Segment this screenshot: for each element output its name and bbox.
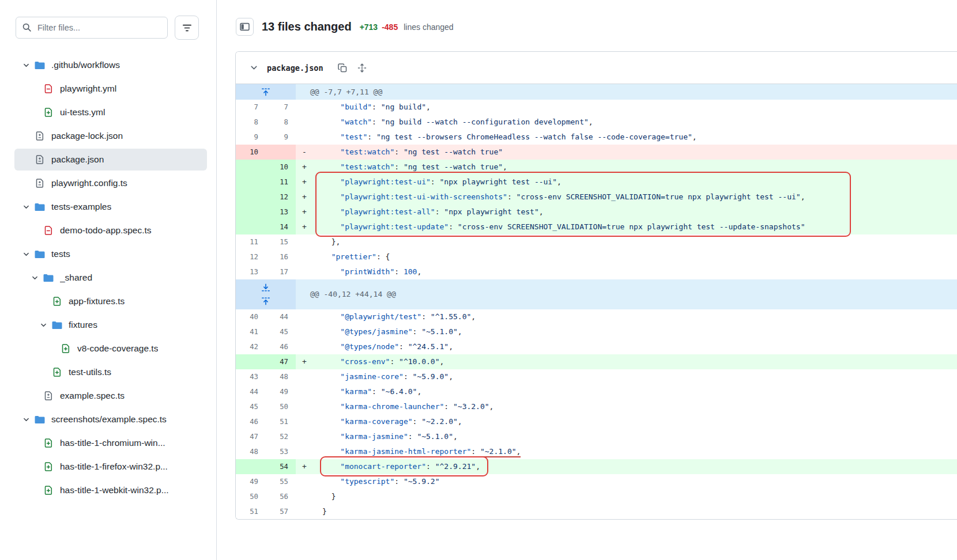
new-line-number[interactable]: 7 (266, 100, 296, 115)
toggle-file-tree-button[interactable] (236, 18, 254, 36)
new-line-number[interactable]: 11 (266, 175, 296, 190)
hunk-header-text: @@ -7,7 +7,11 @@ (296, 84, 382, 100)
new-line-number[interactable]: 56 (266, 489, 296, 504)
diff-added-icon (50, 368, 64, 377)
chevron-down-icon (19, 416, 33, 423)
code-line: "@playwright/test": "^1.55.0", (315, 309, 957, 324)
expand-diff-button[interactable] (353, 59, 371, 77)
tree-folder-shared[interactable]: _shared (14, 267, 207, 289)
tree-file-playwright-config-ts[interactable]: playwright.config.ts (14, 172, 207, 194)
code-line: "monocart-reporter": "^2.9.21", (315, 459, 957, 474)
new-line-number[interactable]: 45 (266, 324, 296, 339)
old-line-number[interactable] (236, 354, 266, 369)
new-line-number[interactable]: 47 (266, 354, 296, 369)
old-line-number[interactable]: 40 (236, 309, 266, 324)
sidebar-toggle-icon (240, 22, 250, 32)
old-line-number[interactable]: 49 (236, 474, 266, 489)
old-line-number[interactable]: 8 (236, 115, 266, 130)
diff-added-icon (42, 486, 55, 495)
code-line: "test:watch": "ng test --watch true" (315, 145, 957, 160)
tree-file-package-lock-json[interactable]: package-lock.json (14, 125, 207, 147)
tree-file-demo-todo-app-spec-ts[interactable]: demo-todo-app.spec.ts (14, 220, 207, 241)
tree-file-has-title-1-chromium-win[interactable]: has-title-1-chromium-win... (14, 432, 207, 454)
old-line-number[interactable]: 51 (236, 504, 266, 519)
tree-file-ui-tests-yml[interactable]: ui-tests.yml (14, 101, 207, 123)
old-line-number[interactable] (236, 160, 266, 175)
new-line-number[interactable]: 48 (266, 369, 296, 384)
copy-filename-button[interactable] (334, 59, 351, 77)
tree-item-label: fixtures (69, 320, 97, 330)
new-line-number[interactable]: 52 (266, 429, 296, 444)
tree-file-has-title-1-firefox-win32-p[interactable]: has-title-1-firefox-win32.p... (14, 456, 207, 478)
tree-file-v8-code-coverage-ts[interactable]: v8-code-coverage.ts (14, 338, 207, 360)
expand-up-button[interactable] (261, 295, 270, 308)
tree-file-test-utils-ts[interactable]: test-utils.ts (14, 361, 207, 383)
new-line-number[interactable]: 46 (266, 339, 296, 354)
new-line-number[interactable]: 49 (266, 384, 296, 399)
new-line-number[interactable]: 10 (266, 160, 296, 175)
old-line-number[interactable]: 50 (236, 489, 266, 504)
tree-file-app-fixtures-ts[interactable]: app-fixtures.ts (14, 290, 207, 312)
tree-item-label: tests-examples (51, 202, 111, 212)
new-line-number[interactable]: 54 (266, 459, 296, 474)
code-line: }, (315, 234, 957, 249)
code-line: "test": "ng test --browsers ChromeHeadle… (315, 130, 957, 145)
tree-file-example-spec-ts[interactable]: example.spec.ts (14, 385, 207, 407)
filter-files-input[interactable] (16, 17, 168, 39)
old-line-number[interactable]: 42 (236, 339, 266, 354)
new-line-number[interactable]: 55 (266, 474, 296, 489)
tree-item-label: .github/workflows (51, 60, 120, 70)
tree-folder-fixtures[interactable]: fixtures (14, 314, 207, 336)
old-line-number[interactable]: 41 (236, 324, 266, 339)
expand-down-button[interactable] (261, 281, 270, 294)
old-line-number[interactable] (236, 175, 266, 190)
new-line-number[interactable]: 44 (266, 309, 296, 324)
old-line-number[interactable]: 48 (236, 444, 266, 459)
new-line-number[interactable]: 8 (266, 115, 296, 130)
tree-file-has-title-1-webkit-win32-p[interactable]: has-title-1-webkit-win32.p... (14, 479, 207, 501)
new-line-number[interactable]: 53 (266, 444, 296, 459)
code-line: "printWidth": 100, (315, 264, 957, 279)
new-line-number[interactable]: 13 (266, 205, 296, 220)
new-line-number[interactable]: 12 (266, 190, 296, 205)
old-line-number[interactable]: 45 (236, 399, 266, 414)
old-line-number[interactable]: 44 (236, 384, 266, 399)
expand-up-button[interactable] (261, 86, 270, 99)
tree-file-package-json[interactable]: package.json (14, 149, 207, 171)
expand-up-icon (261, 297, 270, 306)
new-line-number[interactable]: 57 (266, 504, 296, 519)
new-line-number[interactable]: 9 (266, 130, 296, 145)
old-line-number[interactable]: 46 (236, 414, 266, 429)
new-line-number[interactable]: 15 (266, 234, 296, 249)
old-line-number[interactable] (236, 190, 266, 205)
old-line-number[interactable] (236, 205, 266, 220)
diff-line: 10- "test:watch": "ng test --watch true" (236, 145, 957, 160)
new-line-number[interactable] (266, 145, 296, 160)
old-line-number[interactable]: 9 (236, 130, 266, 145)
old-line-number[interactable]: 11 (236, 234, 266, 249)
new-line-number[interactable]: 51 (266, 414, 296, 429)
old-line-number[interactable]: 43 (236, 369, 266, 384)
new-line-number[interactable]: 16 (266, 249, 296, 264)
new-line-number[interactable]: 17 (266, 264, 296, 279)
tree-file-playwright-yml[interactable]: playwright.yml (14, 78, 207, 100)
tree-folder-screenshots-example-spec-ts[interactable]: screenshots/example.spec.ts (14, 408, 207, 430)
code-line: "build": "ng build", (315, 100, 957, 115)
tree-folder-tests[interactable]: tests (14, 243, 207, 265)
old-line-number[interactable]: 13 (236, 264, 266, 279)
old-line-number[interactable]: 10 (236, 145, 266, 160)
old-line-number[interactable] (236, 459, 266, 474)
old-line-number[interactable]: 47 (236, 429, 266, 444)
new-line-number[interactable]: 14 (266, 220, 296, 234)
diff-sign (296, 339, 315, 354)
old-line-number[interactable] (236, 220, 266, 234)
filter-button[interactable] (175, 16, 199, 40)
new-line-number[interactable]: 50 (266, 399, 296, 414)
diff-line: 4044 "@playwright/test": "^1.55.0", (236, 309, 957, 324)
tree-folder-github-workflows[interactable]: .github/workflows (14, 54, 207, 76)
old-line-number[interactable]: 7 (236, 100, 266, 115)
old-line-number[interactable]: 12 (236, 249, 266, 264)
collapse-file-button[interactable] (245, 59, 262, 77)
diff-removed-icon (42, 84, 55, 93)
tree-folder-tests-examples[interactable]: tests-examples (14, 196, 207, 218)
